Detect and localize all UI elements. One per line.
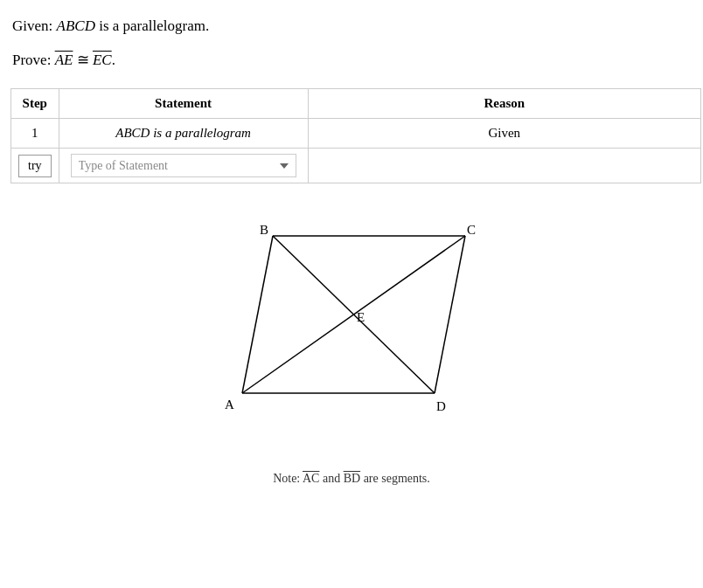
header-reason: Reason [308, 89, 700, 119]
note-seg2: BD [344, 472, 360, 485]
prove-line: Prove: AE ≅ EC. [9, 51, 694, 69]
try-cell: try [11, 149, 59, 183]
statement-type-dropdown[interactable]: Type of Statement [71, 154, 296, 177]
geometry-diagram: B C A D E [177, 201, 526, 454]
diagonal-BD [273, 236, 435, 393]
try-button[interactable]: try [18, 155, 52, 177]
given-line: Given: ABCD is a parallelogram. [9, 17, 694, 35]
given-prefix: Given: [12, 17, 52, 34]
note-suffix: are segments. [364, 472, 430, 485]
note-seg1: AC [303, 472, 319, 485]
dropdown-cell: Type of Statement [59, 149, 308, 183]
label-C: C [467, 223, 476, 237]
row1-statement-text: ABCD is a parallelogram [115, 126, 251, 140]
try-row: try Type of Statement [11, 149, 701, 183]
prove-period: . [112, 52, 115, 68]
note-line: Note: AC and BD are segments. [9, 472, 694, 486]
side-CD [435, 236, 465, 393]
row1-reason: Given [308, 119, 700, 149]
note-prefix: Note: [273, 472, 300, 485]
prove-prefix: Prove: [12, 52, 51, 68]
row1-statement: ABCD is a parallelogram [59, 119, 308, 149]
given-shape: ABCD [57, 17, 95, 34]
reason-empty-cell [308, 149, 700, 183]
table-row: 1 ABCD is a parallelogram Given [11, 119, 701, 149]
diagram-container: B C A D E [9, 201, 694, 454]
header-step: Step [11, 89, 59, 119]
header-statement: Statement [59, 89, 308, 119]
side-AB [242, 236, 273, 393]
given-suffix: is a parallelogram. [99, 17, 209, 34]
label-A: A [225, 398, 234, 412]
label-E: E [357, 310, 365, 324]
prove-seg1: AE [55, 52, 73, 68]
prove-congruent: ≅ [77, 52, 89, 68]
proof-table: Step Statement Reason 1 ABCD is a parall… [10, 88, 701, 183]
note-middle: and [323, 472, 340, 485]
prove-seg2: EC [93, 52, 112, 68]
label-B: B [260, 223, 268, 237]
row1-step: 1 [11, 119, 59, 149]
label-D: D [436, 399, 446, 413]
